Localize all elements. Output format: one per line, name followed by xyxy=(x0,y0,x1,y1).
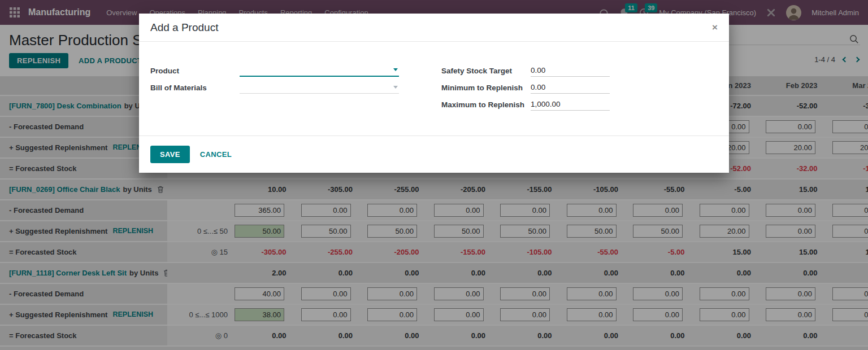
minimum-to-replenish-input[interactable]: 0.00 xyxy=(531,81,610,94)
dialog-title: Add a Product xyxy=(150,21,218,34)
maximum-to-replenish-input[interactable]: 1,000.00 xyxy=(531,98,610,111)
field-label: Bill of Materials xyxy=(150,84,240,94)
field-value: 0.00 xyxy=(531,83,545,91)
bill-of-materials-select[interactable] xyxy=(240,81,399,94)
field-row-minimum-to-replenish: Minimum to Replenish0.00 xyxy=(441,77,718,94)
close-icon[interactable]: × xyxy=(712,23,718,32)
field-label: Safety Stock Target xyxy=(441,67,531,77)
cancel-button[interactable]: CANCEL xyxy=(200,150,232,159)
field-value: 1,000.00 xyxy=(531,100,561,108)
add-product-dialog: Add a Product × ProductBill of Materials… xyxy=(139,14,729,173)
field-label: Maximum to Replenish xyxy=(441,100,531,111)
field-label: Product xyxy=(150,67,240,77)
field-row-bill-of-materials: Bill of Materials xyxy=(150,77,427,94)
chevron-down-icon[interactable] xyxy=(393,86,398,89)
product-select[interactable] xyxy=(240,64,399,77)
field-row-safety-stock-target: Safety Stock Target0.00 xyxy=(441,60,718,77)
field-row-maximum-to-replenish: Maximum to Replenish1,000.00 xyxy=(441,94,718,111)
chevron-down-icon[interactable] xyxy=(393,68,398,71)
safety-stock-target-input[interactable]: 0.00 xyxy=(531,64,610,77)
save-button[interactable]: SAVE xyxy=(150,146,190,163)
field-value: 0.00 xyxy=(531,66,545,75)
field-label: Minimum to Replenish xyxy=(441,84,531,94)
field-row-product: Product xyxy=(150,60,427,77)
